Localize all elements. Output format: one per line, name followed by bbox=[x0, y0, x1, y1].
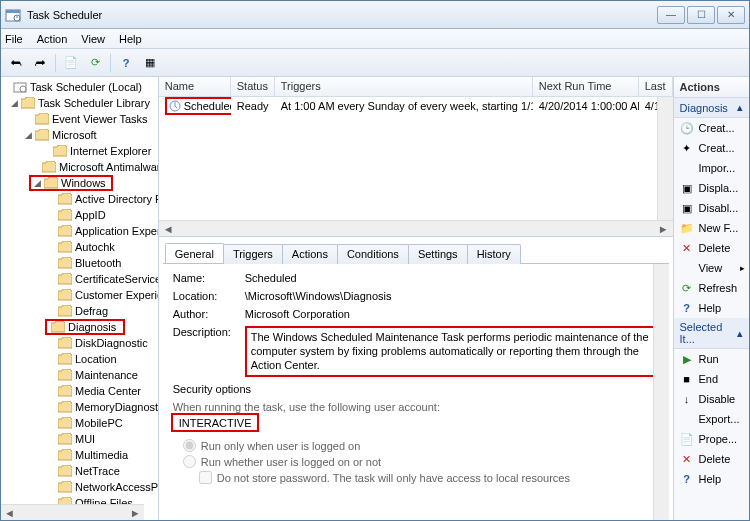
tab-actions[interactable]: Actions bbox=[282, 244, 338, 264]
label-location: Location: bbox=[173, 290, 245, 302]
action-delete-folder[interactable]: ✕Delete bbox=[674, 238, 749, 258]
help-icon: ? bbox=[680, 472, 694, 486]
action-run[interactable]: ▶Run bbox=[674, 349, 749, 369]
action-view[interactable]: View▸ bbox=[674, 258, 749, 278]
menu-view[interactable]: View bbox=[81, 33, 105, 45]
action-create[interactable]: ✦Creat... bbox=[674, 138, 749, 158]
tree-item[interactable]: CertificateServicesClient bbox=[75, 273, 159, 285]
folder-icon bbox=[35, 113, 49, 125]
tree-diagnosis[interactable]: Diagnosis bbox=[68, 321, 120, 333]
task-row[interactable]: Scheduled Ready At 1:00 AM every Sunday … bbox=[159, 97, 673, 115]
tree-item[interactable]: Internet Explorer bbox=[70, 145, 155, 157]
close-button[interactable]: ✕ bbox=[717, 6, 745, 24]
action-disable[interactable]: ↓Disable bbox=[674, 389, 749, 409]
toolbar-refresh-button[interactable]: ⟳ bbox=[84, 52, 106, 74]
radio-logged-on bbox=[183, 439, 196, 452]
toolbar-action-button[interactable]: 📄 bbox=[60, 52, 82, 74]
display-icon: ▣ bbox=[680, 181, 694, 195]
tree-item[interactable]: MemoryDiagnostic bbox=[75, 401, 159, 413]
menu-file[interactable]: File bbox=[5, 33, 23, 45]
scrollbar-horizontal[interactable]: ◄► bbox=[1, 504, 144, 520]
svg-point-5 bbox=[20, 86, 26, 92]
scrollbar-vertical[interactable] bbox=[657, 97, 673, 220]
folder-icon bbox=[51, 321, 65, 333]
tree-item[interactable]: Location bbox=[75, 353, 121, 365]
action-export[interactable]: Export... bbox=[674, 409, 749, 429]
tree-item[interactable]: Bluetooth bbox=[75, 257, 125, 269]
col-triggers[interactable]: Triggers bbox=[275, 77, 533, 96]
collapse-icon: ▴ bbox=[737, 101, 743, 114]
col-next[interactable]: Next Run Time bbox=[533, 77, 639, 96]
folder-icon bbox=[58, 209, 72, 221]
action-create-basic[interactable]: 🕒Creat... bbox=[674, 118, 749, 138]
import-icon bbox=[680, 161, 694, 175]
value-description: The Windows Scheduled Maintenance Task p… bbox=[245, 326, 659, 377]
tree-root[interactable]: Task Scheduler (Local) bbox=[30, 81, 146, 93]
action-refresh[interactable]: ⟳Refresh bbox=[674, 278, 749, 298]
tab-settings[interactable]: Settings bbox=[408, 244, 468, 264]
folder-icon bbox=[58, 481, 72, 493]
security-options-header: Security options bbox=[173, 383, 659, 395]
tree-item[interactable]: Maintenance bbox=[75, 369, 142, 381]
tree-microsoft[interactable]: Microsoft bbox=[52, 129, 101, 141]
tree-item[interactable]: Event Viewer Tasks bbox=[52, 113, 152, 125]
scrollbar-vertical[interactable] bbox=[653, 264, 669, 520]
col-status[interactable]: Status bbox=[231, 77, 275, 96]
folder-icon: 📁 bbox=[680, 221, 694, 235]
action-delete-task[interactable]: ✕Delete bbox=[674, 449, 749, 469]
tree-item[interactable]: Customer Experience Imp bbox=[75, 289, 159, 301]
menu-help[interactable]: Help bbox=[119, 33, 142, 45]
folder-icon bbox=[58, 353, 72, 365]
toolbar-view-button[interactable]: ▦ bbox=[139, 52, 161, 74]
folder-icon bbox=[58, 465, 72, 477]
folder-icon bbox=[58, 449, 72, 461]
col-name[interactable]: Name bbox=[159, 77, 231, 96]
folder-icon bbox=[58, 225, 72, 237]
tree-item[interactable]: NetworkAccessProtection bbox=[75, 481, 159, 493]
delete-icon: ✕ bbox=[680, 241, 694, 255]
actions-header: Actions bbox=[674, 77, 749, 98]
actions-group-selected[interactable]: Selected It...▴ bbox=[674, 318, 749, 349]
action-properties[interactable]: 📄Prope... bbox=[674, 429, 749, 449]
action-display[interactable]: ▣Displa... bbox=[674, 178, 749, 198]
menu-action[interactable]: Action bbox=[37, 33, 68, 45]
tree-item[interactable]: DiskDiagnostic bbox=[75, 337, 152, 349]
tree-item[interactable]: NetTrace bbox=[75, 465, 124, 477]
actions-group-diagnosis[interactable]: Diagnosis▴ bbox=[674, 98, 749, 118]
nav-fwd-button[interactable]: ⮫ bbox=[29, 52, 51, 74]
nav-back-button[interactable]: ⮪ bbox=[5, 52, 27, 74]
tab-general[interactable]: General bbox=[165, 243, 224, 263]
tree-windows[interactable]: Windows bbox=[61, 177, 110, 189]
action-import[interactable]: Impor... bbox=[674, 158, 749, 178]
tree-item[interactable]: MUI bbox=[75, 433, 99, 445]
maximize-button[interactable]: ☐ bbox=[687, 6, 715, 24]
tree-item[interactable]: Microsoft Antimalware bbox=[59, 161, 159, 173]
tree-item[interactable]: Multimedia bbox=[75, 449, 132, 461]
minimize-button[interactable]: — bbox=[657, 6, 685, 24]
task-triggers: At 1:00 AM every Sunday of every week, s… bbox=[275, 99, 533, 113]
tree-item[interactable]: Defrag bbox=[75, 305, 112, 317]
scrollbar-horizontal[interactable]: ◄► bbox=[159, 220, 673, 236]
action-help-2[interactable]: ?Help bbox=[674, 469, 749, 489]
stop-icon: ■ bbox=[680, 372, 694, 386]
tree-item[interactable]: Active Directory Rights M bbox=[75, 193, 159, 205]
tab-triggers[interactable]: Triggers bbox=[223, 244, 283, 264]
chevron-right-icon: ▸ bbox=[740, 263, 745, 273]
action-new-folder[interactable]: 📁New F... bbox=[674, 218, 749, 238]
toolbar-help-button[interactable]: ? bbox=[115, 52, 137, 74]
col-last[interactable]: Last bbox=[639, 77, 673, 96]
tree-item[interactable]: AppID bbox=[75, 209, 110, 221]
tree-item[interactable]: MobilePC bbox=[75, 417, 127, 429]
action-help[interactable]: ?Help bbox=[674, 298, 749, 318]
tree-item[interactable]: Autochk bbox=[75, 241, 119, 253]
tree-library[interactable]: Task Scheduler Library bbox=[38, 97, 154, 109]
disable-icon: ▣ bbox=[680, 201, 694, 215]
folder-icon bbox=[58, 305, 72, 317]
tree-item[interactable]: Media Center bbox=[75, 385, 145, 397]
tab-history[interactable]: History bbox=[467, 244, 521, 264]
tree-item[interactable]: Application Experience bbox=[75, 225, 159, 237]
action-disable-hist[interactable]: ▣Disabl... bbox=[674, 198, 749, 218]
navigation-tree[interactable]: Task Scheduler (Local) ◢Task Scheduler L… bbox=[1, 77, 158, 520]
tab-conditions[interactable]: Conditions bbox=[337, 244, 409, 264]
action-end[interactable]: ■End bbox=[674, 369, 749, 389]
